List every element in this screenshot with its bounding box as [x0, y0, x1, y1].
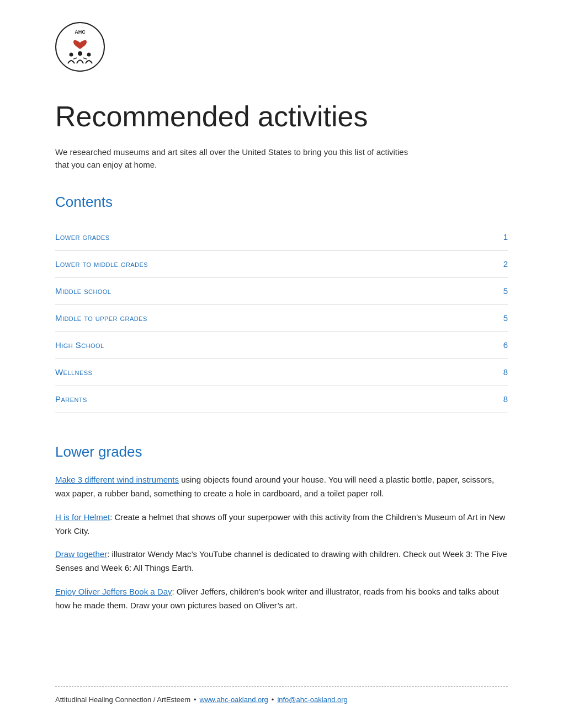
toc-item-high-school[interactable]: High School [55, 331, 491, 358]
toc-page-lower-middle: 2 [491, 250, 508, 277]
draw-together-text: : illustrator Wendy Mac’s YouTube channe… [55, 549, 507, 572]
footer-website-link[interactable]: www.ahc-oakland.org [200, 694, 268, 706]
draw-together-link[interactable]: Draw together [55, 549, 107, 559]
toc-item-middle-upper[interactable]: Middle to upper grades [55, 304, 491, 331]
lower-grades-item-4: Enjoy Oliver Jeffers Book a Day: Oliver … [55, 585, 508, 613]
page-container: AHC Recommended activities We researched… [0, 0, 563, 728]
lower-grades-item-1: Make 3 different wind instruments using … [55, 473, 508, 501]
footer-org: Attitudinal Healing Connection / ArtEste… [55, 694, 190, 706]
toc-table: Lower grades 1 Lower to middle grades 2 … [55, 224, 508, 413]
oliver-jeffers-link[interactable]: Enjoy Oliver Jeffers Book a Day [55, 587, 172, 596]
svg-point-3 [87, 53, 91, 57]
toc-item-parents[interactable]: Parents [55, 386, 491, 413]
svg-text:AHC: AHC [75, 29, 86, 35]
toc-row: Lower grades 1 [55, 224, 508, 251]
toc-page-wellness: 8 [491, 358, 508, 386]
page-title: Recommended activities [55, 94, 508, 140]
svg-line-5 [83, 58, 87, 59]
toc-page-parents: 8 [491, 386, 508, 413]
lower-grades-item-3: Draw together: illustrator Wendy Mac’s Y… [55, 548, 508, 575]
lower-grades-item-2: H is for Helmet: Create a helmet that sh… [55, 511, 508, 538]
toc-row: Wellness 8 [55, 358, 508, 386]
logo: AHC [55, 22, 105, 72]
toc-row: Middle school 5 [55, 277, 508, 304]
toc-item-lower-grades[interactable]: Lower grades [55, 224, 491, 251]
toc-row: Middle to upper grades 5 [55, 304, 508, 331]
footer-bullet-2: • [272, 694, 274, 706]
h-is-for-helmet-text: : Create a helmet that shows off your su… [55, 512, 505, 536]
lower-grades-heading: Lower grades [55, 441, 508, 464]
toc-row: High School 6 [55, 331, 508, 358]
toc-row: Lower to middle grades 2 [55, 250, 508, 277]
svg-line-4 [73, 58, 77, 59]
footer: Attitudinal Healing Connection / ArtEste… [55, 686, 508, 706]
logo-area: AHC [55, 22, 508, 72]
toc-page-lower-grades: 1 [491, 224, 508, 251]
toc-item-lower-middle[interactable]: Lower to middle grades [55, 250, 491, 277]
footer-email-link[interactable]: info@ahc-oakland.org [277, 694, 347, 706]
lower-grades-section: Lower grades Make 3 different wind instr… [55, 441, 508, 613]
toc-page-middle-school: 5 [491, 277, 508, 304]
contents-heading: Contents [55, 191, 508, 214]
page-subtitle: We researched museums and art sites all … [55, 146, 419, 171]
footer-bullet-1: • [194, 694, 196, 706]
svg-point-1 [78, 51, 82, 56]
svg-point-2 [70, 53, 73, 57]
toc-row: Parents 8 [55, 386, 508, 413]
toc-item-wellness[interactable]: Wellness [55, 358, 491, 386]
toc-page-middle-upper: 5 [491, 304, 508, 331]
toc-item-middle-school[interactable]: Middle school [55, 277, 491, 304]
h-is-for-helmet-link[interactable]: H is for Helmet [55, 512, 110, 522]
wind-instruments-link[interactable]: Make 3 different wind instruments [55, 475, 179, 484]
toc-page-high-school: 6 [491, 331, 508, 358]
